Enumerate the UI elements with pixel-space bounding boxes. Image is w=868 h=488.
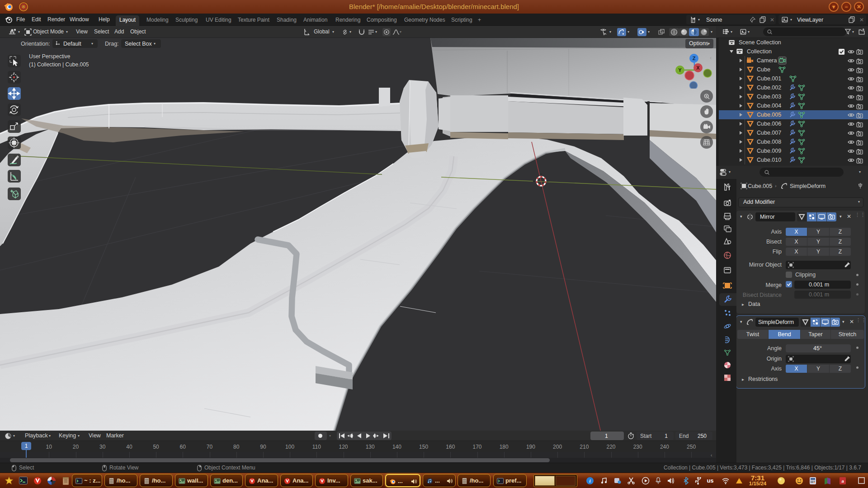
svg-text:a: a (841, 478, 844, 483)
svg-text:X: X (696, 65, 700, 70)
svg-text:Y: Y (678, 67, 682, 73)
svg-text:us: us (707, 477, 713, 484)
svg-text:Z: Z (693, 56, 696, 61)
